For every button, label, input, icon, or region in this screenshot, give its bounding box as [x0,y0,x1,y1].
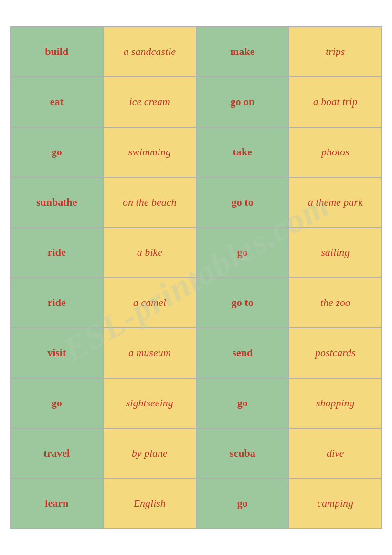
cell-r4-c2: go [196,228,289,278]
cell-r7-c1: sightseeing [103,378,196,428]
cell-r1-c2: go on [196,77,289,127]
table-row: sunbatheon the beachgo toa theme park [11,177,382,228]
cell-r2-c1: swimming [103,127,196,177]
cell-r3-c0: sunbathe [11,177,104,228]
cell-r3-c3: a theme park [289,177,382,228]
table-row: goswimmingtakephotos [11,127,382,177]
cell-r5-c0: ride [11,278,104,328]
cell-r7-c2: go [196,378,289,428]
cell-r6-c1: a museum [103,328,196,378]
cell-r7-c0: go [11,378,104,428]
cell-r6-c0: visit [11,328,104,378]
cell-r4-c0: ride [11,228,104,278]
cell-r9-c3: camping [289,479,382,529]
cell-r9-c2: go [196,479,289,529]
table-row: eatice creamgo ona boat trip [11,77,382,127]
table-row: learnEnglishgocamping [11,479,382,529]
cell-r0-c2: make [196,27,289,77]
cell-r2-c0: go [11,127,104,177]
cell-r3-c1: on the beach [103,177,196,228]
cell-r6-c2: send [196,328,289,378]
table-row: travelby planescubadive [11,428,382,479]
table-row: ridea camelgo tothe zoo [11,278,382,328]
cell-r8-c2: scuba [196,428,289,479]
cell-r5-c2: go to [196,278,289,328]
cell-r2-c3: photos [289,127,382,177]
cell-r0-c3: trips [289,27,382,77]
cell-r0-c0: build [11,27,104,77]
cell-r5-c3: the zoo [289,278,382,328]
cell-r0-c1: a sandcastle [103,27,196,77]
cell-r8-c0: travel [11,428,104,479]
cell-r1-c0: eat [11,77,104,127]
table-row: gosightseeinggoshopping [11,378,382,428]
cell-r1-c1: ice cream [103,77,196,127]
table-row: visita museumsendpostcards [11,328,382,378]
cell-r4-c3: sailing [289,228,382,278]
vocabulary-table: builda sandcastlemaketripseatice creamgo… [10,26,382,529]
cell-r5-c1: a camel [103,278,196,328]
page: ESL-printables.com builda sandcastlemake… [0,0,392,555]
table-row: ridea bikegosailing [11,228,382,278]
cell-r2-c2: take [196,127,289,177]
cell-r7-c3: shopping [289,378,382,428]
cell-r9-c1: English [103,479,196,529]
cell-r9-c0: learn [11,479,104,529]
cell-r3-c2: go to [196,177,289,228]
cell-r8-c3: dive [289,428,382,479]
cell-r4-c1: a bike [103,228,196,278]
cell-r6-c3: postcards [289,328,382,378]
cell-r1-c3: a boat trip [289,77,382,127]
table-row: builda sandcastlemaketrips [11,27,382,77]
cell-r8-c1: by plane [103,428,196,479]
